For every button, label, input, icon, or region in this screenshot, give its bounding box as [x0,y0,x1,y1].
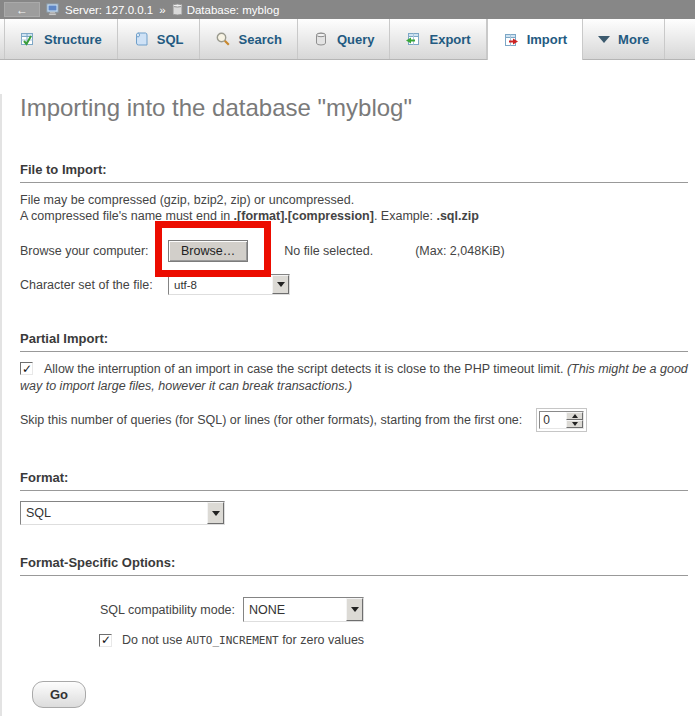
go-button[interactable]: Go [32,681,86,708]
tab-label: SQL [157,32,184,47]
sql-compatibility-select[interactable]: NONE [243,597,364,622]
sql-compatibility-row: SQL compatibility mode: NONE [100,597,690,622]
breadcrumb-separator: » [159,4,165,16]
section-heading-file-to-import: File to Import: [20,162,688,183]
auto-increment-checkbox[interactable] [99,634,112,647]
browse-button-wrapper: Browse… [168,240,248,262]
tab-structure[interactable]: Structure [4,19,118,59]
skip-queries-row: Skip this number of queries (for SQL) or… [20,408,690,432]
breadcrumb: Server: 127.0.0.1 » Database: myblog [46,3,279,16]
compression-line2: A compressed file's name must end in .[f… [20,209,690,225]
tab-label: Structure [44,32,102,47]
skip-queries-input[interactable] [540,412,566,428]
allow-interruption-checkbox[interactable] [20,362,33,375]
example-extension: .sql.zip [436,209,478,223]
browse-row: Browse your computer: Browse… No file se… [20,239,690,262]
allow-interruption-row: Allow the interruption of an import in c… [20,361,688,394]
compression-line1: File may be compressed (gzip, bzip2, zip… [20,193,690,209]
tab-bar: Structure SQL Search Query Export Import… [0,19,695,60]
format-selected-value: SQL [21,504,207,522]
breadcrumb-server-link[interactable]: Server: 127.0.0.1 [65,4,153,16]
breadcrumb-bar: ← Server: 127.0.0.1 » Database: myblog [0,0,695,19]
database-icon [172,3,183,16]
tab-label: Import [527,32,567,47]
sql-icon [133,31,149,47]
charset-label: Character set of the file: [20,278,168,292]
format-compression-pattern: .[format].[compression] [234,209,374,223]
export-icon [405,31,421,47]
browse-label: Browse your computer: [20,244,168,258]
sql-compatibility-value: NONE [244,601,346,619]
sql-compatibility-label: SQL compatibility mode: [100,603,235,617]
browse-button[interactable]: Browse… [168,240,248,262]
tab-label: Search [239,32,282,47]
section-heading-partial-import: Partial Import: [20,331,688,352]
skip-queries-label: Skip this number of queries (for SQL) or… [20,413,522,427]
tab-label: More [618,32,649,47]
main-content: Importing into the database "myblog" Fil… [0,94,695,716]
format-select[interactable]: SQL [20,501,225,525]
auto-increment-code: AUTO_INCREMENT [186,634,279,647]
tab-query[interactable]: Query [298,19,391,59]
tab-label: Export [429,32,470,47]
tab-label: Query [337,32,375,47]
charset-select-arrow-icon[interactable] [272,275,289,294]
tab-more[interactable]: More [583,19,665,59]
charset-select[interactable]: utf-8 [168,274,290,295]
charset-row: Character set of the file: utf-8 [20,274,690,295]
structure-icon [20,31,36,47]
format-select-arrow-icon[interactable] [207,502,224,524]
import-icon [503,32,519,48]
breadcrumb-database-link[interactable]: Database: myblog [187,4,280,16]
skip-queries-spinner [536,408,587,432]
tab-import[interactable]: Import [487,19,583,60]
chevron-down-icon [598,36,610,43]
server-icon [46,3,61,16]
tab-sql[interactable]: SQL [118,19,200,59]
auto-increment-label: Do not use AUTO_INCREMENT for zero value… [122,633,364,647]
search-icon [215,31,231,47]
max-size-text: (Max: 2,048KiB) [415,244,505,258]
auto-increment-row: Do not use AUTO_INCREMENT for zero value… [99,633,690,647]
charset-selected-value: utf-8 [169,277,272,293]
section-heading-format: Format: [20,470,688,491]
no-file-text: No file selected. [284,244,373,258]
back-arrow-icon: ← [16,4,28,16]
tab-search[interactable]: Search [200,19,298,59]
spinner-up-button[interactable] [566,412,583,420]
tab-bar-filler [665,19,695,59]
query-icon [313,31,329,47]
page-title: Importing into the database "myblog" [20,94,690,122]
compression-info: File may be compressed (gzip, bzip2, zip… [20,193,690,224]
sql-compatibility-arrow-icon[interactable] [346,598,363,621]
tab-export[interactable]: Export [390,19,486,59]
allow-interruption-text: Allow the interruption of an import in c… [44,362,567,376]
back-button[interactable]: ← [4,2,40,17]
section-heading-format-options: Format-Specific Options: [20,555,688,576]
spinner-down-button[interactable] [566,420,583,428]
